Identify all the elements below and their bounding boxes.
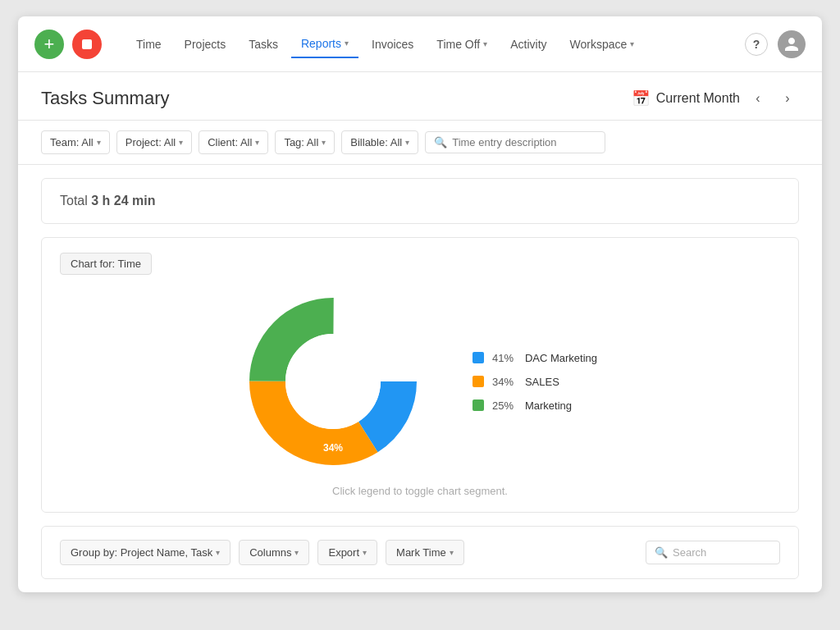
legend-pct: 34% [492,376,517,388]
chevron-down-icon: ▾ [255,138,259,147]
filter-button[interactable]: Tag: All▾ [275,130,335,154]
legend-label: DAC Marketing [525,352,597,364]
chevron-down-icon: ▾ [630,39,634,48]
nav-right: ? [745,30,806,58]
time-entry-input[interactable] [452,136,596,148]
stop-button[interactable] [72,30,102,59]
add-button[interactable]: + [34,30,64,59]
nav-links: TimeProjectsTasksReports▾InvoicesTime Of… [126,30,737,58]
legend-pct: 25% [492,399,517,412]
nav-link-projects[interactable]: Projects [175,31,236,57]
nav-link-activity[interactable]: Activity [500,31,556,57]
legend-color-swatch [472,399,484,411]
avatar[interactable] [778,30,806,58]
help-button[interactable]: ? [745,33,768,56]
page-header: Tasks Summary 📅 Current Month ‹ › [18,72,822,121]
nav-link-tasks[interactable]: Tasks [239,31,288,57]
filter-button[interactable]: Client: All▾ [199,130,268,154]
chevron-down-icon: ▾ [363,548,367,557]
filter-button[interactable]: Team: All▾ [41,130,110,154]
search-icon: 🔍 [434,136,447,148]
chevron-down-icon: ▾ [483,39,487,48]
chart-area: 41% 34% 25% 41% DAC Marketing 34% SALES … [60,291,780,472]
chevron-down-icon: ▾ [322,138,326,147]
calendar-icon: 📅 [632,89,650,107]
chart-for-button[interactable]: Chart for: Time [60,253,152,275]
chevron-down-icon: ▾ [294,548,299,557]
table-search-box: 🔍 [646,541,780,564]
nav-link-time-off[interactable]: Time Off▾ [427,31,497,57]
donut-chart: 41% 34% 25% [243,291,423,472]
next-month-button[interactable]: › [776,87,799,110]
time-entry-search: 🔍 [425,131,605,153]
group-by-button[interactable]: Group by: Project Name, Task ▾ [60,540,231,565]
table-search-input[interactable] [673,546,771,559]
page-title: Tasks Summary [41,88,169,109]
legend-pct: 41% [492,352,517,364]
filter-button[interactable]: Project: All▾ [116,130,192,154]
content-area: Total 3 h 24 min Chart for: Time [18,165,822,592]
chevron-down-icon: ▾ [405,138,409,147]
pct-label-sales: 34% [323,442,343,454]
filters-bar: Team: All▾Project: All▾Client: All▾Tag: … [18,121,822,165]
date-label: Current Month [656,91,740,106]
legend-label: Marketing [525,399,572,412]
pct-label-marketing: 25% [289,360,308,372]
table-bar: Group by: Project Name, Task ▾ Columns ▾… [41,526,799,579]
filter-button[interactable]: Billable: All▾ [341,130,418,154]
chart-card: Chart for: Time 41% [41,237,799,513]
search-icon: 🔍 [655,546,668,559]
chevron-down-icon: ▾ [345,39,349,48]
nav-bar: + TimeProjectsTasksReports▾InvoicesTime … [18,16,822,72]
nav-link-workspace[interactable]: Workspace▾ [560,31,645,57]
total-prefix: Total [60,194,91,208]
export-button[interactable]: Export ▾ [317,540,377,565]
chart-legend: 41% DAC Marketing 34% SALES 25% Marketin… [472,352,597,412]
nav-link-invoices[interactable]: Invoices [362,31,423,57]
legend-color-swatch [472,376,484,387]
nav-link-time[interactable]: Time [126,31,171,57]
chevron-down-icon: ▾ [179,138,183,147]
donut-hole [285,334,381,429]
total-time: 3 h 24 min [91,194,155,208]
chevron-down-icon: ▾ [97,138,101,147]
legend-label: SALES [525,376,559,388]
columns-button[interactable]: Columns ▾ [239,540,309,565]
legend-item[interactable]: 41% DAC Marketing [472,352,597,364]
legend-item[interactable]: 25% Marketing [472,399,597,412]
nav-link-reports[interactable]: Reports▾ [291,30,358,58]
pct-label-dac: 41% [354,384,374,395]
app-window: + TimeProjectsTasksReports▾InvoicesTime … [18,16,822,592]
stop-icon [82,39,92,49]
chart-hint: Click legend to toggle chart segment. [60,485,780,497]
chevron-down-icon: ▾ [450,548,454,557]
mark-time-button[interactable]: Mark Time ▾ [386,540,464,565]
legend-color-swatch [472,352,484,363]
prev-month-button[interactable]: ‹ [746,87,769,110]
chevron-down-icon: ▾ [216,548,220,557]
legend-item[interactable]: 34% SALES [472,376,597,388]
date-nav: 📅 Current Month ‹ › [632,87,799,110]
total-card: Total 3 h 24 min [41,178,799,224]
